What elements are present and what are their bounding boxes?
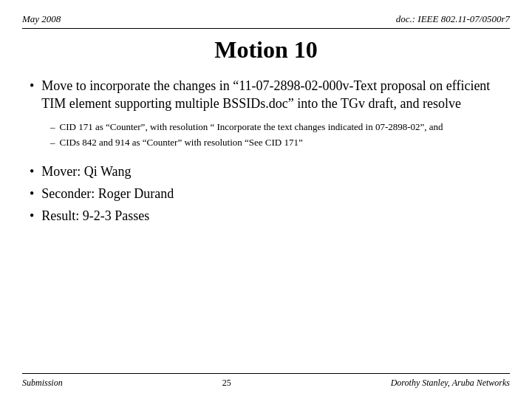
bottom-bullet-dot-3: • [30, 208, 34, 224]
footer-page-number: 25 [222, 378, 231, 389]
sub-bullets-list: – CID 171 as “Counter”, with resolution … [50, 120, 502, 149]
header-doc: doc.: IEEE 802.11-07/0500r7 [396, 13, 510, 25]
footer: Submission 25 Dorothy Stanley, Aruba Net… [22, 373, 510, 389]
footer-author: Dorothy Stanley, Aruba Networks [391, 378, 510, 389]
bottom-bullet-item-1: • Mover: Qi Wang [30, 163, 502, 180]
title-section: Motion 10 [22, 36, 510, 64]
bottom-bullet-text-1: Mover: Qi Wang [41, 163, 131, 180]
bottom-bullet-text-2: Seconder: Roger Durand [41, 185, 174, 202]
bottom-bullet-item-2: • Seconder: Roger Durand [30, 185, 502, 202]
sub-dash-1: – [50, 121, 55, 133]
bottom-bullet-dot-2: • [30, 186, 34, 202]
main-bullet-item: • Move to incorporate the changes in “11… [30, 77, 502, 113]
sub-text-2: CIDs 842 and 914 as “Counter” with resol… [60, 136, 303, 149]
sub-bullet-item-2: – CIDs 842 and 914 as “Counter” with res… [50, 136, 502, 149]
sub-bullet-item-1: – CID 171 as “Counter”, with resolution … [50, 120, 502, 134]
bottom-bullet-text-3: Result: 9-2-3 Passes [41, 207, 149, 225]
bottom-bullet-dot-1: • [30, 164, 34, 180]
bottom-bullets-list: • Mover: Qi Wang • Seconder: Roger Duran… [30, 163, 502, 225]
header: May 2008 doc.: IEEE 802.11-07/0500r7 [22, 13, 510, 29]
page-title: Motion 10 [214, 36, 318, 63]
main-bullet-dot: • [30, 78, 34, 94]
sub-text-1: CID 171 as “Counter”, with resolution “ … [60, 120, 443, 134]
sub-dash-2: – [50, 137, 55, 149]
page: May 2008 doc.: IEEE 802.11-07/0500r7 Mot… [0, 0, 532, 399]
main-bullet-text: Move to incorporate the changes in “11-0… [41, 77, 502, 113]
header-date: May 2008 [22, 13, 61, 25]
bottom-bullet-item-3: • Result: 9-2-3 Passes [30, 207, 502, 225]
content-area: • Move to incorporate the changes in “11… [22, 77, 510, 373]
footer-submission: Submission [22, 378, 63, 389]
